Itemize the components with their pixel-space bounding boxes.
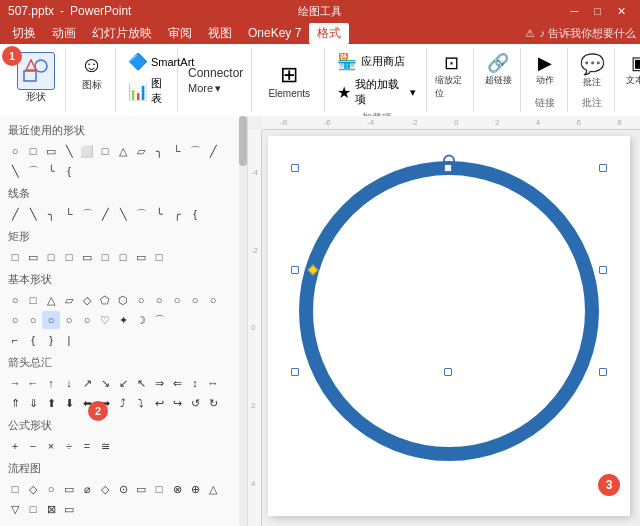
line-5[interactable]: ⌒ [78, 205, 96, 223]
flow-7[interactable]: ⊙ [114, 480, 132, 498]
basic-15[interactable]: ○ [42, 311, 60, 329]
arr-24[interactable]: ↻ [204, 394, 222, 412]
rect-2[interactable]: ▭ [24, 248, 42, 266]
flow-10[interactable]: ⊗ [168, 480, 186, 498]
shape-tri[interactable]: △ [114, 142, 132, 160]
line-4[interactable]: └ [60, 205, 78, 223]
flow-1[interactable]: □ [6, 480, 24, 498]
handle-bc[interactable] [444, 368, 452, 376]
rect-6[interactable]: □ [96, 248, 114, 266]
eq-minus[interactable]: − [24, 437, 42, 455]
shape-arc[interactable]: ╮ [150, 142, 168, 160]
shape-corner[interactable]: └ [168, 142, 186, 160]
basic-9[interactable]: ○ [150, 291, 168, 309]
hyperlink-button[interactable]: 🔗 超链接 [483, 50, 514, 89]
arr-21[interactable]: ↩ [150, 394, 168, 412]
shape-diag[interactable]: ╱ [204, 142, 222, 160]
arr-20[interactable]: ⤵ [132, 394, 150, 412]
arr-7[interactable]: ↙ [114, 374, 132, 392]
shape-s4[interactable]: { [60, 162, 78, 180]
menu-item-slideshow[interactable]: 幻灯片放映 [84, 23, 160, 44]
flow-4[interactable]: ▭ [60, 480, 78, 498]
flow-3[interactable]: ○ [42, 480, 60, 498]
line-9[interactable]: ╰ [150, 205, 168, 223]
arr-9[interactable]: ⇒ [150, 374, 168, 392]
handle-tc[interactable] [444, 164, 452, 172]
basic-17[interactable]: ○ [78, 311, 96, 329]
eq-approx[interactable]: ≅ [96, 437, 114, 455]
line-11[interactable]: { [186, 205, 204, 223]
arr-1[interactable]: → [6, 374, 24, 392]
basic-18[interactable]: ♡ [96, 311, 114, 329]
flow-9[interactable]: □ [150, 480, 168, 498]
arr-6[interactable]: ↘ [96, 374, 114, 392]
basic-1[interactable]: ○ [6, 291, 24, 309]
icons-button[interactable]: ☺ 图标 [72, 50, 112, 94]
handle-mr[interactable] [599, 266, 607, 274]
basic-10[interactable]: ○ [168, 291, 186, 309]
scrollbar[interactable] [239, 116, 247, 526]
flow-13[interactable]: ▽ [6, 500, 24, 518]
basic-3[interactable]: △ [42, 291, 60, 309]
basic-21[interactable]: ⌒ [150, 311, 168, 329]
more-button[interactable]: More ▾ [188, 82, 243, 95]
line-7[interactable]: ╲ [114, 205, 132, 223]
rect-1[interactable]: □ [6, 248, 24, 266]
textbox-button[interactable]: ▣ 文本框 [624, 50, 640, 89]
zoom-button[interactable]: ⊡ 缩放定位 [433, 50, 469, 102]
menu-item-animation[interactable]: 动画 [44, 23, 84, 44]
action-button[interactable]: ▶ 动作 [534, 50, 556, 89]
shape-para[interactable]: ▱ [132, 142, 150, 160]
line-1[interactable]: ╱ [6, 205, 24, 223]
shape-line[interactable]: ╲ [60, 142, 78, 160]
chart-button[interactable]: 📊 图表 [124, 74, 171, 108]
connector-label[interactable]: Connector [188, 66, 243, 80]
handle-tr[interactable] [599, 164, 607, 172]
rect-7[interactable]: □ [114, 248, 132, 266]
shape-r2[interactable]: □ [96, 142, 114, 160]
close-btn[interactable]: ✕ [611, 5, 632, 18]
shape-rect2[interactable]: ▭ [42, 142, 60, 160]
basic-5[interactable]: ◇ [78, 291, 96, 309]
flow-8[interactable]: ▭ [132, 480, 150, 498]
shape-s1[interactable]: ╲ [6, 162, 24, 180]
arr-16[interactable]: ⬇ [60, 394, 78, 412]
rect-3[interactable]: □ [42, 248, 60, 266]
flow-12[interactable]: △ [204, 480, 222, 498]
eq-times[interactable]: × [42, 437, 60, 455]
basic-19[interactable]: ✦ [114, 311, 132, 329]
basic-4[interactable]: ▱ [60, 291, 78, 309]
handle-tl[interactable] [291, 164, 299, 172]
line-10[interactable]: ╭ [168, 205, 186, 223]
line-3[interactable]: ╮ [42, 205, 60, 223]
flow-5[interactable]: ⌀ [78, 480, 96, 498]
rect-4[interactable]: □ [60, 248, 78, 266]
elements-button[interactable]: ⊞ Elements [264, 60, 314, 101]
flow-15[interactable]: ⊠ [42, 500, 60, 518]
maximize-btn[interactable]: □ [588, 5, 607, 17]
flow-6[interactable]: ◇ [96, 480, 114, 498]
arr-19[interactable]: ⤴ [114, 394, 132, 412]
eq-plus[interactable]: + [6, 437, 24, 455]
arr-8[interactable]: ↖ [132, 374, 150, 392]
basic-16[interactable]: ○ [60, 311, 78, 329]
basic-24[interactable]: } [42, 331, 60, 349]
basic-23[interactable]: { [24, 331, 42, 349]
arr-3[interactable]: ↑ [42, 374, 60, 392]
eq-eq[interactable]: = [78, 437, 96, 455]
flow-16[interactable]: ▭ [60, 500, 78, 518]
basic-22[interactable]: ⌐ [6, 331, 24, 349]
menu-item-format[interactable]: 格式 [309, 23, 349, 44]
line-6[interactable]: ╱ [96, 205, 114, 223]
arr-12[interactable]: ↔ [204, 374, 222, 392]
arr-15[interactable]: ⬆ [42, 394, 60, 412]
basic-8[interactable]: ○ [132, 291, 150, 309]
arr-23[interactable]: ↺ [186, 394, 204, 412]
arr-11[interactable]: ↕ [186, 374, 204, 392]
line-8[interactable]: ⌒ [132, 205, 150, 223]
smartart-button[interactable]: 🔷 SmartArt [124, 50, 171, 73]
basic-14[interactable]: ○ [24, 311, 42, 329]
basic-7[interactable]: ⬡ [114, 291, 132, 309]
shape-rect[interactable]: □ [24, 142, 42, 160]
line-2[interactable]: ╲ [24, 205, 42, 223]
